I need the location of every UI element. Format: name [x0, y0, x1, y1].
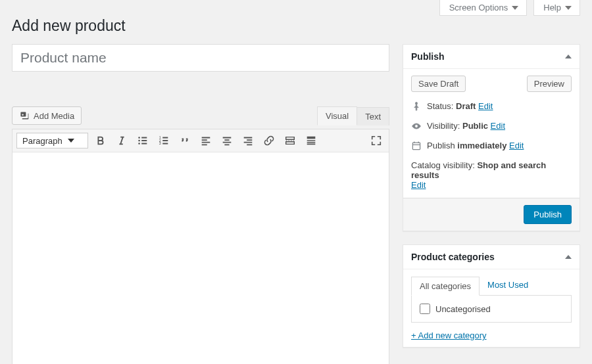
visibility-label: Visibility:	[427, 121, 460, 131]
status-value: Draft	[456, 101, 476, 111]
add-new-category-link[interactable]: + Add new category	[411, 330, 572, 340]
chevron-down-icon	[565, 6, 572, 10]
chevron-down-icon	[512, 6, 518, 10]
status-edit-link[interactable]: Edit	[478, 101, 493, 111]
publish-button[interactable]: Publish	[524, 205, 572, 224]
media-icon	[19, 110, 30, 121]
format-select-label: Paragraph	[22, 136, 62, 146]
category-item-label: Uncategorised	[435, 304, 491, 314]
collapse-toggle-icon[interactable]	[565, 55, 572, 58]
chevron-down-icon	[68, 139, 74, 143]
calendar-icon	[411, 141, 422, 151]
publish-metabox: Publish Save Draft Preview Status:	[403, 44, 580, 231]
catalog-label: Catalog visibility:	[411, 160, 475, 170]
publish-heading: Publish	[411, 51, 445, 62]
category-checkbox[interactable]	[420, 304, 430, 314]
svg-rect-7	[412, 143, 420, 149]
catalog-edit-link[interactable]: Edit	[411, 180, 426, 190]
help-label: Help	[543, 3, 561, 12]
fullscreen-button[interactable]	[368, 132, 385, 149]
svg-point-1	[138, 140, 140, 142]
align-left-button[interactable]	[197, 132, 214, 149]
screen-options-tab[interactable]: Screen Options	[439, 0, 528, 16]
category-tab-most-used[interactable]: Most Used	[480, 276, 536, 295]
eye-icon	[411, 121, 422, 131]
category-tab-all[interactable]: All categories	[411, 277, 480, 296]
pin-icon	[411, 101, 422, 112]
align-center-button[interactable]	[218, 132, 235, 149]
svg-text:3: 3	[159, 141, 161, 145]
visibility-value: Public	[462, 121, 488, 131]
publish-time-label: Publish	[427, 141, 455, 150]
bold-button[interactable]	[92, 132, 109, 149]
blockquote-button[interactable]	[176, 132, 193, 149]
editor-box: Paragraph 123	[12, 129, 389, 364]
status-label: Status:	[427, 101, 453, 111]
help-tab[interactable]: Help	[533, 0, 580, 16]
category-item[interactable]: Uncategorised	[420, 304, 563, 314]
link-button[interactable]	[260, 132, 278, 149]
numbered-list-button[interactable]: 123	[155, 132, 172, 149]
publish-time-edit-link[interactable]: Edit	[509, 141, 524, 150]
svg-point-2	[138, 143, 140, 145]
preview-button[interactable]: Preview	[527, 76, 572, 92]
visibility-edit-link[interactable]: Edit	[491, 121, 505, 131]
editor-tab-visual[interactable]: Visual	[317, 106, 357, 125]
align-right-button[interactable]	[239, 132, 257, 149]
categories-metabox: Product categories All categories Most U…	[403, 244, 580, 348]
publish-time-value: immediately	[457, 141, 506, 150]
editor-tab-text[interactable]: Text	[357, 107, 389, 125]
add-media-label: Add Media	[34, 111, 74, 121]
editor-content-area[interactable]	[12, 152, 389, 364]
bullet-list-button[interactable]	[134, 132, 151, 149]
screen-options-label: Screen Options	[449, 3, 508, 12]
svg-rect-6	[307, 137, 315, 139]
read-more-button[interactable]	[282, 132, 299, 149]
format-select[interactable]: Paragraph	[16, 133, 88, 148]
italic-button[interactable]	[113, 132, 130, 149]
svg-point-0	[138, 137, 140, 139]
toolbar-toggle-button[interactable]	[303, 132, 320, 149]
collapse-toggle-icon[interactable]	[565, 255, 572, 259]
product-title-input[interactable]	[12, 44, 389, 72]
categories-heading: Product categories	[411, 252, 495, 262]
add-media-button[interactable]: Add Media	[12, 106, 82, 125]
save-draft-button[interactable]: Save Draft	[411, 76, 466, 92]
